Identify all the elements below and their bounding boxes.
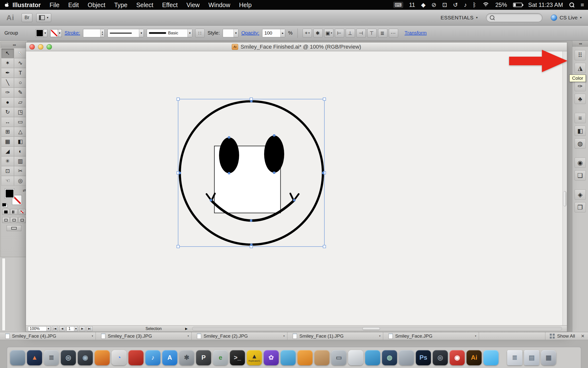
panel-stroke-icon[interactable]: ≡ xyxy=(575,113,586,123)
artboard-canvas[interactable] xyxy=(26,51,567,325)
dock-app-illustrator[interactable]: Ai xyxy=(466,350,482,365)
align-horizontal-right-icon[interactable]: ⊣ xyxy=(356,29,366,38)
pen-tool[interactable]: ✒ xyxy=(1,68,14,78)
type-tool[interactable]: T xyxy=(14,68,27,78)
opacity-field[interactable]: 100 ▸ xyxy=(262,29,285,37)
lasso-tool[interactable]: ∿ xyxy=(14,58,27,68)
blob-brush-tool[interactable]: ● xyxy=(1,97,14,107)
tab-dropdown-arrow-icon[interactable]: ▾ xyxy=(475,334,476,338)
go-to-bridge-button[interactable]: Br xyxy=(22,13,32,22)
eyedropper-tool[interactable]: ◢ xyxy=(1,146,14,156)
menu-help[interactable]: Help xyxy=(239,1,252,9)
time-machine-icon[interactable]: ↺ xyxy=(453,1,458,8)
magic-wand-tool[interactable]: ✶ xyxy=(1,58,14,68)
input-count-badge[interactable]: 11 xyxy=(409,1,415,8)
column-graph-tool[interactable]: ▥ xyxy=(14,156,27,166)
artboard-number-field[interactable]: 1 ▾ xyxy=(67,326,78,331)
display-menu-icon[interactable]: ⊡ xyxy=(442,1,447,8)
opacity-flyout-icon[interactable]: ▸ xyxy=(280,29,285,37)
eraser-tool[interactable]: ▱ xyxy=(14,97,27,107)
dock-app-replicatorg[interactable]: ▲ ReplicatorG xyxy=(247,350,262,365)
panel-symbols-icon[interactable]: ♣ xyxy=(575,94,586,104)
fill-color-swatch[interactable] xyxy=(36,29,44,37)
align-horizontal-center-icon[interactable]: ⊥ xyxy=(346,29,355,38)
select-similar-icon[interactable]: ⌖▾ xyxy=(303,29,312,38)
screen-mode-button[interactable] xyxy=(7,225,21,231)
dock-app-purple-flower[interactable]: ✿ xyxy=(264,350,279,365)
dock-app-notes[interactable]: ≣ xyxy=(44,350,59,365)
dropdown-arrow-icon[interactable]: ▾ xyxy=(58,29,62,37)
spotlight-icon[interactable] xyxy=(569,2,575,8)
document-tab[interactable]: Smiley_Face (1).JPG ▾ xyxy=(287,332,383,340)
stroke-panel-link[interactable]: Stroke: xyxy=(65,30,80,36)
panel-layers-icon[interactable]: ◈ xyxy=(575,189,586,200)
dock-app-pages[interactable]: P xyxy=(196,350,211,365)
dock-app-photoshop[interactable]: Ps xyxy=(416,350,431,365)
align-vertical-top-icon[interactable]: ⊤ xyxy=(367,29,377,38)
recolor-artwork-icon[interactable]: ✱ xyxy=(313,29,323,38)
gradient-tool[interactable]: ◧ xyxy=(14,137,27,146)
menu-view[interactable]: View xyxy=(186,1,200,9)
last-artboard-button[interactable]: ▶| xyxy=(87,326,93,331)
menu-illustrator[interactable]: Illustrator xyxy=(12,1,41,9)
stepper-up-icon[interactable]: ▲ xyxy=(101,31,103,33)
blend-tool[interactable]: ◐ xyxy=(14,146,27,156)
stepper-down-icon[interactable]: ▼ xyxy=(101,33,103,36)
minimize-window-button[interactable] xyxy=(38,44,43,50)
vertical-scrollbar-thumb[interactable] xyxy=(563,191,566,206)
isolate-group-icon[interactable]: ∷ xyxy=(195,29,205,38)
dock-app-rocket[interactable]: ▲ xyxy=(27,350,42,365)
tab-dropdown-arrow-icon[interactable]: ▾ xyxy=(187,334,189,338)
dropbox-icon[interactable]: ◆ xyxy=(421,1,425,8)
dock-app-blue-creature[interactable] xyxy=(281,350,296,365)
dock-app-chrome[interactable]: ◔ xyxy=(111,350,127,365)
panel-brushes-icon[interactable]: ✑ xyxy=(575,81,586,91)
transform-panel-link[interactable]: Transform xyxy=(404,30,427,36)
window-title-bar[interactable]: Ai Smiley_Face Finished.ai* @ 100% (RGB/… xyxy=(26,42,567,51)
document-tab[interactable]: Smiley_Face (3).JPG ▾ xyxy=(96,332,192,340)
dock-app-terminal[interactable]: >_ xyxy=(230,350,245,365)
close-window-button[interactable] xyxy=(29,44,35,50)
style-select[interactable]: ▾ xyxy=(223,29,238,37)
color-mode-button[interactable] xyxy=(2,209,10,215)
next-artboard-button[interactable]: ▶ xyxy=(79,326,85,331)
draw-behind-button[interactable] xyxy=(10,217,18,223)
menu-select[interactable]: Select xyxy=(136,1,153,9)
tab-dropdown-arrow-icon[interactable]: ▾ xyxy=(92,334,93,338)
cs-live-button[interactable]: CS Live ▾ xyxy=(551,14,582,21)
panel-gradient-icon[interactable]: ◧ xyxy=(575,126,586,136)
dock-app-scratch[interactable] xyxy=(297,350,313,365)
dock-app-dark-ring[interactable]: ◎ xyxy=(433,350,448,365)
wifi-icon[interactable] xyxy=(482,2,490,7)
dock-app-evernote[interactable]: e xyxy=(213,350,228,365)
zoom-level-select[interactable]: 100% ▾ xyxy=(28,326,50,331)
panel-transparency-icon[interactable]: ◍ xyxy=(575,138,586,149)
slice-tool[interactable]: ✂ xyxy=(14,166,27,176)
swap-fill-stroke-icon[interactable]: ⇄ xyxy=(23,188,26,193)
dock-app-tan[interactable] xyxy=(314,350,330,365)
symbol-sprayer-tool[interactable]: ✳ xyxy=(1,156,14,166)
menu-effect[interactable]: Effect xyxy=(162,1,178,9)
dock-stack-downloads[interactable]: ▤ xyxy=(524,350,539,365)
volume-icon[interactable]: ♪ xyxy=(464,1,467,8)
keyboard-menu-icon[interactable]: ⌨ xyxy=(393,2,403,8)
tools-panel-collapse-button[interactable]: ◀◀ xyxy=(1,42,27,48)
width-profile-select[interactable]: ▾ xyxy=(108,29,144,37)
menu-type[interactable]: Type xyxy=(114,1,127,9)
width-tool[interactable]: ↔ xyxy=(1,117,14,127)
menu-file[interactable]: File xyxy=(49,1,59,9)
bluetooth-icon[interactable]: ᛒ xyxy=(473,1,476,8)
ellipse-tool[interactable]: ○ xyxy=(14,78,27,88)
dock-app-monitor2[interactable]: ▭ xyxy=(331,350,346,365)
show-all-button[interactable]: Show All xyxy=(545,332,579,340)
rotate-tool[interactable]: ↻ xyxy=(1,107,14,117)
dock-app-settings[interactable]: ✱ xyxy=(179,350,194,365)
tabs-bar-close-icon[interactable]: ✕ xyxy=(581,333,585,339)
paintbrush-tool[interactable]: ✑ xyxy=(1,88,14,97)
panel-color-guide-icon[interactable]: ◮ xyxy=(575,63,586,73)
tab-dropdown-arrow-icon[interactable]: ▾ xyxy=(283,334,285,338)
zoom-window-button[interactable] xyxy=(47,44,52,50)
stroke-weight-stepper[interactable]: ▲▼ xyxy=(83,29,105,37)
smiley-left-eye[interactable] xyxy=(219,137,239,173)
panel-artboards-icon[interactable]: ❐ xyxy=(575,202,586,212)
